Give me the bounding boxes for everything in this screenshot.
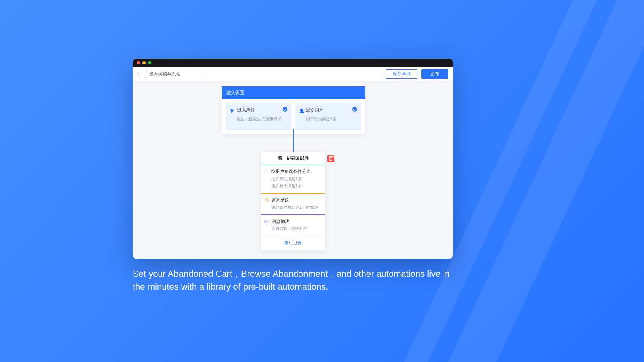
- clock-icon: [265, 198, 269, 202]
- entry-condition-card[interactable]: 进入条件 类型：触发型-完成事件 A: [226, 103, 291, 130]
- save-draft-button[interactable]: 保存草稿: [386, 69, 417, 79]
- step-delay-section: 延迟发送 满足条件后延迟1小时发送: [261, 193, 325, 214]
- step-filter-line1: 用户属性满足1条: [271, 176, 321, 182]
- step-delay-title: 延迟发送: [271, 197, 289, 203]
- user-icon: [300, 109, 303, 112]
- window-titlebar: [133, 59, 453, 67]
- flow-name-input[interactable]: [146, 70, 200, 78]
- plane-icon: [230, 108, 235, 113]
- entry-condition-subtitle: 类型：触发型-完成事件 A: [236, 116, 287, 122]
- add-step-button[interactable]: +: [290, 238, 296, 244]
- window-close-icon[interactable]: [137, 61, 140, 64]
- step-card[interactable]: 第一封召回邮件 按用户筛选条件分流 用户属性满足1条 用户行为满足1条 延迟发送…: [261, 152, 325, 250]
- step-title: 第一封召回邮件: [261, 152, 325, 165]
- check-icon: [283, 107, 287, 112]
- connector-line: [293, 129, 294, 152]
- step-filter-title: 按用户筛选条件分流: [271, 169, 311, 175]
- app-window: 保存草稿 发布 进入设置 进入条件 类型：触发型-完成事件 A: [133, 59, 453, 259]
- trash-icon: [329, 157, 332, 161]
- check-icon: [352, 107, 357, 112]
- entry-settings-header: 进入设置: [222, 86, 365, 99]
- window-maximize-icon[interactable]: [148, 61, 151, 64]
- flow-canvas: 进入设置 进入条件 类型：触发型-完成事件 A 受众用户 用: [133, 81, 453, 259]
- entry-condition-title: 进入条件: [237, 107, 255, 113]
- marketing-caption: Set your Abandoned Cart，Browse Abandonme…: [133, 267, 455, 293]
- step-filter-line2: 用户行为满足1条: [271, 183, 321, 189]
- publish-button[interactable]: 发布: [421, 69, 448, 79]
- entry-audience-title: 受众用户: [306, 107, 324, 113]
- back-button[interactable]: [137, 71, 142, 76]
- topbar: 保存草稿 发布: [133, 67, 453, 81]
- step-message-line1: 通道名称：电子邮件: [271, 226, 321, 232]
- entry-audience-subtitle: 用户行为满足1条: [306, 116, 356, 122]
- delete-step-button[interactable]: [327, 155, 334, 162]
- entry-settings-panel: 进入设置 进入条件 类型：触发型-完成事件 A 受众用户 用: [222, 86, 365, 134]
- step-message-title: 消息触达: [272, 218, 289, 224]
- mail-icon: [265, 220, 269, 223]
- step-filter-section: 按用户筛选条件分流 用户属性满足1条 用户行为满足1条: [261, 165, 325, 193]
- step-delay-line1: 满足条件后延迟1小时发送: [271, 205, 321, 210]
- entry-audience-card[interactable]: 受众用户 用户行为满足1条: [295, 103, 361, 130]
- step-message-section: 消息触达 通道名称：电子邮件: [261, 214, 325, 236]
- filter-icon: [265, 170, 268, 173]
- window-minimize-icon[interactable]: [142, 61, 146, 64]
